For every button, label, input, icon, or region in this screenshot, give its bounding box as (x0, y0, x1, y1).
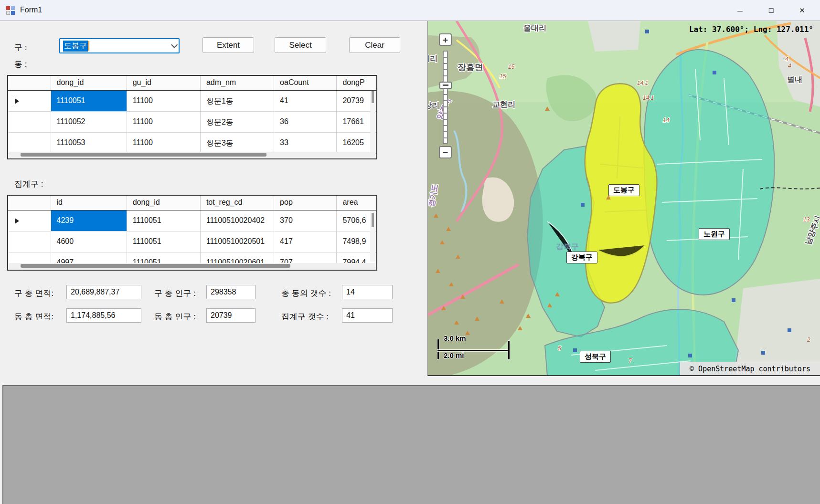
title-bar: Form1 ─ ☐ ✕ (0, 0, 820, 21)
urban-area (588, 21, 640, 52)
gu-area-field[interactable] (66, 285, 141, 299)
column-header[interactable]: adm_nm (201, 76, 274, 90)
svg-text:장흥면: 장흥면 (458, 63, 483, 72)
column-header[interactable]: dong_id (127, 196, 201, 210)
svg-text:15: 15 (500, 73, 506, 80)
column-header[interactable]: dongP (337, 76, 376, 90)
column-header[interactable]: pop (274, 196, 337, 210)
zoom-out-button[interactable]: − (439, 146, 452, 158)
agg-label: 집계구 : (14, 178, 43, 189)
gu-pop-label: 구 총 인구 : (154, 288, 196, 299)
close-icon: ✕ (799, 6, 805, 15)
svg-text:별내: 별내 (787, 75, 802, 84)
agg-grid: id dong_id tot_reg_cd pop area 4239 1110… (7, 195, 377, 271)
svg-text:교현리: 교현리 (492, 100, 515, 108)
gu-label: 구 : (14, 42, 27, 53)
maximize-button[interactable]: ☐ (756, 0, 787, 21)
district-label-nowon: 노원구 (699, 228, 730, 240)
gu-area-label: 구 총 면적: (14, 288, 53, 299)
agg-count-field[interactable] (342, 308, 393, 323)
svg-text:임리: 임리 (428, 54, 437, 63)
app-icon (6, 6, 15, 15)
maximize-icon: ☐ (768, 7, 774, 14)
scale-bar-tick (508, 341, 510, 359)
svg-text:2: 2 (807, 336, 810, 343)
bottom-panel (2, 385, 820, 504)
map-panel[interactable]: 울대리 장흥면 교현리 상리 임리 별내 양주시 경기도 남양주시 강북구 15… (427, 21, 820, 376)
splitter-strip (0, 376, 820, 385)
svg-text:울대리: 울대리 (523, 24, 546, 32)
district-label-gangbuk: 강북구 (566, 252, 597, 263)
district-polygon-nowon[interactable] (644, 50, 774, 295)
gu-combobox[interactable]: 도봉구 (59, 38, 180, 53)
svg-text:4: 4 (785, 56, 788, 63)
extent-button[interactable]: Extent (202, 37, 254, 53)
clear-button[interactable]: Clear (349, 37, 400, 53)
chevron-down-icon[interactable] (171, 42, 178, 48)
row-selector-icon (15, 98, 19, 104)
scrollbar-thumb[interactable] (21, 264, 290, 268)
select-button[interactable]: Select (275, 37, 326, 53)
scale-bar-tick (437, 339, 439, 359)
dong-label: 동 : (14, 59, 27, 70)
zoom-slider-thumb[interactable] (439, 82, 452, 89)
column-header[interactable]: gu_id (127, 76, 201, 90)
column-header[interactable]: tot_reg_cd (201, 196, 274, 210)
dong-area-field[interactable] (66, 308, 141, 323)
table-row: 1110051 11100 쌍문1동 41 20739 (8, 91, 376, 112)
dong-grid: dong_id gu_id adm_nm oaCount dongP 11100… (7, 75, 377, 159)
scale-km-label: 3.0 km (444, 334, 466, 342)
dong-pop-field[interactable] (206, 308, 256, 323)
svg-text:15: 15 (508, 63, 515, 70)
minimize-button[interactable]: ─ (724, 0, 756, 21)
row-selector-icon (15, 218, 19, 224)
minimize-icon: ─ (737, 7, 743, 15)
scale-mi-label: 2.0 mi (444, 351, 464, 359)
vertical-scrollbar[interactable] (370, 211, 375, 262)
combobox-selected-text: 도봉구 (63, 41, 88, 52)
svg-text:강북구: 강북구 (556, 242, 579, 251)
column-header[interactable]: id (51, 196, 127, 210)
cell-selected[interactable]: 1110051 (51, 91, 127, 111)
svg-text:5: 5 (558, 345, 561, 352)
dong-grid-header: dong_id gu_id adm_nm oaCount dongP (8, 76, 376, 91)
table-row: 4239 1110051 11100510020402 370 5706,6 (8, 210, 376, 231)
window-title: Form1 (20, 6, 42, 14)
vertical-scrollbar[interactable] (370, 91, 375, 152)
zoom-slider-track[interactable] (443, 51, 448, 144)
svg-text:상리: 상리 (428, 101, 439, 109)
svg-text:14: 14 (663, 117, 670, 124)
close-button[interactable]: ✕ (787, 0, 818, 21)
gu-pop-field[interactable] (206, 285, 256, 299)
agg-grid-header: id dong_id tot_reg_cd pop area (8, 196, 376, 210)
cell-selected[interactable]: 4239 (51, 210, 127, 231)
table-row: 4600 1110051 11100510020501 417 7498,9 (8, 231, 376, 252)
svg-text:4: 4 (788, 63, 791, 69)
column-header[interactable]: dong_id (51, 76, 127, 90)
text-caret (88, 41, 89, 51)
dong-count-field[interactable] (342, 285, 393, 299)
coordinates-readout: Lat: 37.600°; Lng: 127.011° (689, 25, 813, 34)
dong-area-label: 동 총 면적: (14, 311, 53, 322)
horizontal-scrollbar[interactable] (9, 152, 375, 158)
column-header[interactable]: oaCount (274, 76, 337, 90)
table-row-partial: 4997 1110051 11100510020601 707 7994,4 (8, 252, 376, 263)
map-canvas: 울대리 장흥면 교현리 상리 임리 별내 양주시 경기도 남양주시 강북구 15… (428, 21, 820, 376)
zoom-in-button[interactable]: + (439, 33, 452, 46)
svg-text:14.1: 14.1 (637, 80, 648, 86)
district-label-dobong: 도봉구 (608, 184, 639, 196)
horizontal-scrollbar[interactable] (9, 263, 375, 269)
dong-pop-label: 동 총 인구 : (154, 311, 196, 322)
scrollbar-thumb[interactable] (21, 153, 266, 157)
map-attribution: © OpenStreetMap contributors (680, 362, 820, 376)
table-row: 1110052 11100 쌍문2동 36 17661 (8, 112, 376, 133)
district-label-seongbuk: 성북구 (580, 351, 611, 363)
agg-count-label: 집계구 갯수 : (281, 311, 329, 322)
svg-text:14.1: 14.1 (643, 94, 654, 101)
dong-count-label: 총 동의 갯수 : (281, 288, 331, 299)
column-header[interactable]: area (337, 196, 376, 210)
svg-text:13: 13 (803, 216, 810, 223)
table-row: 1110053 11100 쌍문3동 33 16205 (8, 133, 376, 154)
